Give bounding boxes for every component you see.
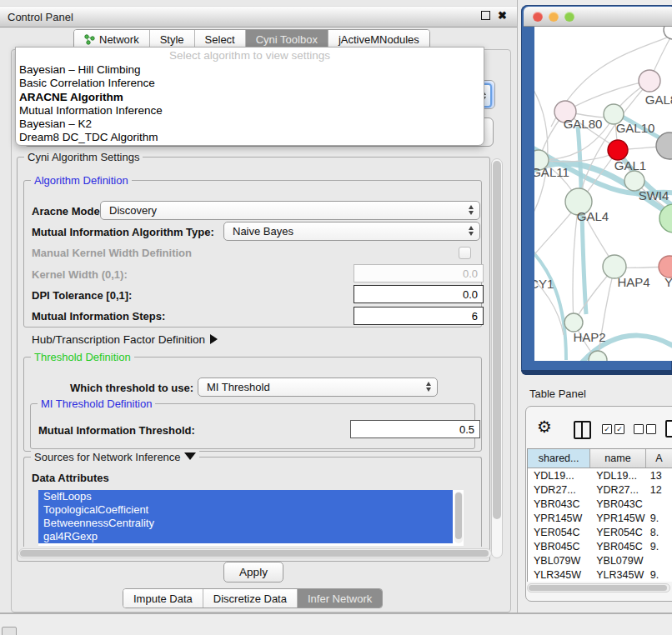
mac-close-icon[interactable] [533,12,543,22]
hub-definition-toggle[interactable]: Hub/Transcription Factor Definition [32,333,218,346]
dropdown-option-basic-correlation-inference[interactable]: Basic Correlation Inference [19,77,480,90]
settings-horizontal-scrollbar[interactable] [18,548,492,558]
expand-arrow-icon [210,334,218,344]
data-attributes-list[interactable]: SelfLoopsTopologicalCoefficientBetweenne… [38,490,464,546]
table-horizontal-scrollbar[interactable] [527,583,670,592]
dpi-tolerance-value: 0.0 [463,288,478,301]
table-cell: YBR045C [590,541,645,552]
mi-threshold-value: 0.5 [459,423,474,436]
tab-label: Network [99,33,139,46]
mi-steps-label: Mutual Information Steps: [32,310,165,322]
tab-label: Style [160,33,184,46]
table-cell: YDR27... [528,484,590,496]
table-cell: YDL19... [590,470,645,482]
network-node-hap2[interactable] [564,313,583,332]
tab-label: jActiveMNodules [339,33,419,46]
column-header-shared[interactable]: shared... [528,449,590,468]
mi-type-label: Mutual Information Algorithm Type: [32,226,214,238]
node-label-gcy1: GCY1 [534,277,554,291]
table-cell: YPR145W [528,512,590,524]
node-table: shared...nameA YDL19...YDL19...13YDR27..… [527,448,672,582]
attribute-item-gal4rgexp[interactable]: gal4RGexp [38,530,453,543]
document-icon[interactable] [665,420,672,438]
tab-jactivemnodules[interactable]: jActiveMNodules [328,30,429,48]
mi-threshold-field[interactable]: 0.5 [350,420,480,438]
mi-type-combo[interactable]: Naive Bayes [223,222,480,241]
table-cell: YBR045C [528,541,590,552]
dropdown-option-list: Bayesian – Hill ClimbingBasic Correlatio… [19,63,480,145]
manual-kernel-label: Manual Kernel Width Definition [32,247,192,259]
table-row[interactable]: YDL19...YDL19...13 [528,468,672,482]
table-row[interactable]: YBR045CYBR045C9. [528,539,672,553]
mac-zoom-icon[interactable] [564,12,574,22]
mi-steps-field[interactable]: 6 [354,307,484,325]
aracne-mode-combo[interactable]: Discovery [100,201,480,220]
dropdown-option-bayesian-k2[interactable]: Bayesian – K2 [19,118,480,131]
tab-cyni-toolbox[interactable]: Cyni Toolbox [245,30,328,48]
tab-select[interactable]: Select [194,30,245,48]
table-cell: 9. [646,569,672,581]
tab-impute-data[interactable]: Impute Data [123,589,203,608]
tab-discretize-data[interactable]: Discretize Data [203,589,297,608]
kernel-width-label: Kernel Width (0,1): [32,268,128,281]
dropdown-option-bayesian-hill-climbing[interactable]: Bayesian – Hill Climbing [19,63,480,77]
attribute-item-topologicalcoefficient[interactable]: TopologicalCoefficient [38,503,453,517]
table-row[interactable]: YER054CYER054C8. [528,525,672,539]
control-panel-titlebar: Control Panel ✖ [0,6,517,28]
close-icon[interactable]: ✖ [498,10,507,21]
split-columns-icon[interactable] [574,421,591,439]
network-node[interactable] [664,27,672,39]
table-cell: YDR27... [590,484,645,496]
table-cell: YPR145W [590,512,645,524]
manual-kernel-checkbox[interactable] [459,247,471,259]
table-row[interactable]: YBR043CYBR043C [528,497,672,511]
tab-label: Cyni Toolbox [256,33,318,46]
attribute-item-betweennesscentrality[interactable]: BetweennessCentrality [38,517,453,530]
dpi-tolerance-field[interactable]: 0.0 [354,285,484,303]
group-title: MI Threshold Definition [38,398,155,410]
network-node-gal1[interactable] [608,140,628,160]
panel-corner-button[interactable] [2,627,17,635]
table-cell: YLR345W [590,569,645,581]
table-cell: 13 [646,470,672,482]
which-threshold-label: Which threshold to use: [70,382,193,394]
network-canvas[interactable]: GAL8GAL80GAL10GAL1GAL11SWI4GAL4GCY1HAP4Y… [534,27,672,361]
hub-definition-label: Hub/Transcription Factor Definition [32,333,205,346]
collapse-arrow-icon [184,452,196,460]
tab-infer-network[interactable]: Infer Network [297,589,382,608]
network-view-window[interactable]: GAL8GAL80GAL10GAL1GAL11SWI4GAL4GCY1HAP4Y… [521,5,672,375]
apply-button[interactable]: Apply [223,562,283,582]
network-node-gal8[interactable] [639,70,660,92]
tab-network[interactable]: Network [74,30,149,48]
combo-arrows-icon [426,382,431,392]
network-nodes[interactable]: GAL8GAL80GAL10GAL1GAL11SWI4GAL4GCY1HAP4Y… [534,27,672,361]
mi-type-value: Naive Bayes [233,225,293,238]
table-row[interactable]: YBL079WYBL079W [528,553,672,568]
network-window-titlebar[interactable] [524,7,672,27]
table-row[interactable]: YPR145WYPR145W9. [528,511,672,525]
checked-boxes-icon[interactable]: ✓✓ [602,424,624,434]
table-cell: 9. [646,541,672,552]
tab-style[interactable]: Style [149,30,194,48]
table-row[interactable]: YLR345WYLR345W9. [528,568,672,582]
sources-toggle[interactable]: Sources for Network Inference [31,451,199,463]
settings-vertical-scrollbar[interactable] [491,158,503,558]
mi-threshold-label: Mutual Information Threshold: [38,424,195,437]
float-window-icon[interactable] [481,11,490,20]
which-threshold-combo[interactable]: MI Threshold [198,378,438,397]
column-header-a[interactable]: A [646,449,672,468]
kernel-width-field[interactable]: 0.0 [354,264,484,282]
dropdown-option-aracne-algorithm[interactable]: ARACNE Algorithm [19,91,480,104]
table-row[interactable]: YDR27...YDR27...12 [528,482,672,497]
table-cell: YBR043C [528,498,590,510]
column-header-name[interactable]: name [590,449,645,468]
dropdown-option-dream8-dc-tdc-algorithm[interactable]: Dream8 DC_TDC Algorithm [19,131,480,144]
dropdown-option-mutual-information-inference[interactable]: Mutual Information Inference [19,104,480,118]
table-cell: 9. [646,512,672,524]
attribute-item-selfloops[interactable]: SelfLoops [38,490,453,503]
unchecked-boxes-icon[interactable] [634,424,656,434]
node-label-hap2: HAP2 [573,330,605,344]
mac-minimize-icon[interactable] [549,12,559,22]
gear-icon[interactable]: ⚙ [537,417,552,437]
list-scrollbar[interactable] [454,492,463,543]
